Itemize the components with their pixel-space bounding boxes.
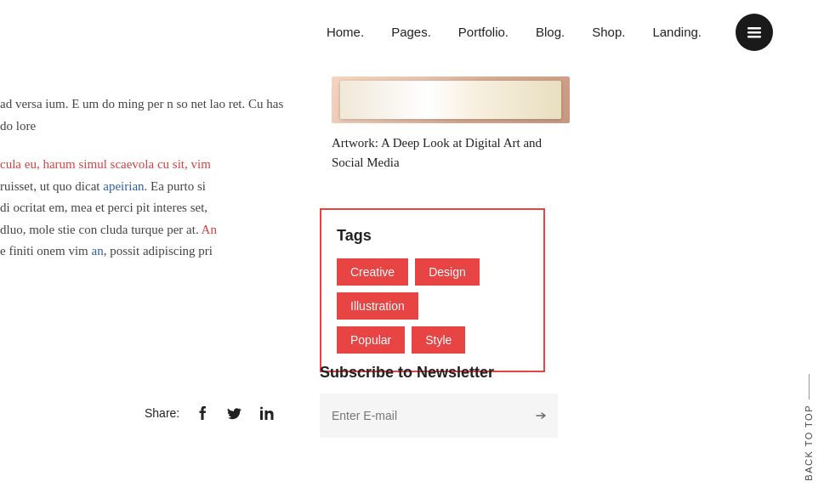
share-label: Share: (145, 406, 179, 420)
text-segment: . Ea purto si (145, 179, 207, 193)
tag-design[interactable]: Design (415, 258, 480, 286)
article-body-left: ad versa ium. E um do ming per n so net … (0, 93, 289, 280)
artwork-image-inner (332, 76, 570, 123)
text-segment-blue2: an (91, 244, 103, 258)
nav-blog[interactable]: Blog. (536, 25, 565, 39)
share-section: Share: (145, 404, 276, 422)
tags-section: Tags Creative Design Illustration Popula… (320, 208, 545, 372)
twitter-share-button[interactable] (225, 404, 244, 422)
text-segment: e finiti onem vim (0, 244, 91, 258)
email-input[interactable] (320, 394, 524, 438)
artwork-title: Artwork: A Deep Look at Digital Art and … (332, 133, 570, 172)
linkedin-share-button[interactable] (258, 404, 276, 422)
facebook-icon (195, 405, 210, 421)
nav-portfolio[interactable]: Portfolio. (458, 25, 509, 39)
text-segment-blue: apeirian (103, 179, 144, 193)
text-segment: , possit adipiscing pri (104, 244, 213, 258)
tags-row-2: Popular Style (337, 326, 528, 354)
menu-icon (745, 23, 764, 42)
text-segment: dluo, mole stie con cluda turque per at. (0, 223, 202, 236)
back-to-top-line (809, 374, 810, 399)
nav-pages[interactable]: Pages. (391, 25, 431, 39)
twitter-icon (227, 405, 242, 421)
back-to-top-section: Back To Top (793, 374, 824, 481)
facebook-share-button[interactable] (193, 404, 212, 422)
back-to-top-label[interactable]: Back To Top (804, 405, 814, 481)
newsletter-section: Subscribe to Newsletter (320, 364, 566, 438)
main-nav: Home. Pages. Portfolio. Blog. Shop. Land… (0, 0, 824, 64)
svg-rect-0 (747, 27, 761, 30)
artwork-section: Artwork: A Deep Look at Digital Art and … (332, 76, 587, 172)
tags-heading: Tags (337, 227, 528, 245)
paragraph-1: ad versa ium. E um do ming per n so net … (0, 93, 289, 137)
email-form (320, 394, 558, 438)
email-submit-button[interactable] (524, 394, 558, 438)
nav-landing[interactable]: Landing. (652, 25, 702, 39)
nav-home[interactable]: Home. (327, 25, 364, 39)
svg-point-4 (260, 407, 263, 410)
hamburger-menu-button[interactable] (736, 14, 773, 51)
tag-style[interactable]: Style (412, 326, 465, 354)
paragraph-2: cula eu, harum simul scaevola cu sit, vi… (0, 154, 289, 263)
tag-illustration[interactable]: Illustration (337, 292, 418, 320)
book-illustration (340, 81, 561, 119)
text-segment: ruisset, ut quo dicat (0, 179, 103, 193)
tag-creative[interactable]: Creative (337, 258, 408, 286)
arrow-right-icon (534, 409, 548, 422)
nav-shop[interactable]: Shop. (592, 25, 625, 39)
newsletter-title: Subscribe to Newsletter (320, 364, 566, 382)
text-segment-red2: An (202, 223, 217, 236)
svg-rect-2 (747, 36, 761, 38)
linkedin-icon (259, 405, 275, 421)
text-segment: cula eu, harum simul scaevola cu sit, vi… (0, 157, 211, 171)
tag-popular[interactable]: Popular (337, 326, 405, 354)
svg-rect-1 (747, 31, 761, 34)
svg-rect-3 (260, 411, 263, 420)
artwork-image (332, 76, 570, 123)
text-segment: di ocritat em, mea et perci pit interes … (0, 201, 207, 214)
tags-row-1: Creative Design Illustration (337, 258, 528, 320)
